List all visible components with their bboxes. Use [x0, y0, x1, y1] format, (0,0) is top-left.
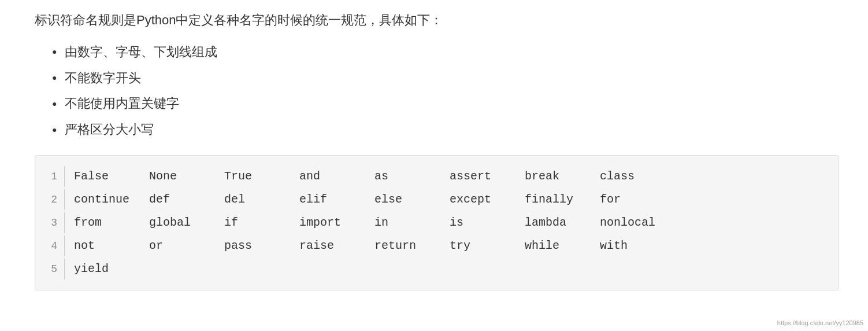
keyword: class — [600, 166, 675, 187]
line-separator — [64, 189, 65, 210]
keyword: try — [450, 236, 525, 256]
code-content: notorpassraisereturntrywhilewith — [74, 236, 675, 256]
code-line: 2continuedefdelelifelseexceptfinallyfor — [35, 188, 839, 211]
line-separator — [64, 212, 65, 233]
bullet-item: 由数字、字母、下划线组成 — [52, 43, 839, 61]
keyword: for — [600, 189, 675, 210]
keyword: except — [450, 189, 525, 210]
keyword: not — [74, 236, 149, 256]
keyword: from — [74, 212, 149, 233]
line-number: 5 — [35, 260, 64, 278]
line-number: 1 — [35, 167, 64, 186]
keyword: break — [525, 166, 600, 187]
code-line: 5yield — [35, 258, 839, 281]
keyword: else — [374, 189, 450, 210]
watermark: https://blog.csdn.net/yy120985 — [777, 319, 863, 326]
code-content: continuedefdelelifelseexceptfinallyfor — [74, 189, 675, 210]
keyword: and — [299, 166, 374, 187]
keyword: pass — [224, 236, 299, 256]
keyword: def — [149, 189, 224, 210]
keyword: True — [224, 166, 299, 187]
keyword: while — [525, 236, 600, 256]
line-number: 2 — [35, 190, 64, 209]
code-line: 4notorpassraisereturntrywhilewith — [35, 234, 839, 258]
keyword: import — [299, 212, 374, 233]
keyword: None — [149, 166, 224, 187]
keyword: yield — [74, 259, 149, 279]
bullet-item: 不能使用内置关键字 — [52, 95, 839, 113]
bullet-item: 不能数字开头 — [52, 69, 839, 87]
code-content: yield — [74, 259, 149, 279]
keyword: in — [374, 212, 450, 233]
keyword: lambda — [525, 212, 600, 233]
page-heading: 标识符命名规则是Python中定义各种名字的时候的统一规范，具体如下： — [35, 12, 839, 30]
code-line: 3fromglobalifimportinislambdanonlocal — [35, 211, 839, 234]
keyword: return — [374, 236, 450, 256]
keyword: nonlocal — [600, 212, 675, 233]
code-line: 1FalseNoneTrueandasassertbreakclass — [35, 165, 839, 188]
keyword: if — [224, 212, 299, 233]
line-number: 4 — [35, 237, 64, 255]
line-separator — [64, 259, 65, 279]
keyword: assert — [450, 166, 525, 187]
keyword: finally — [525, 189, 600, 210]
code-content: fromglobalifimportinislambdanonlocal — [74, 212, 675, 233]
line-separator — [64, 166, 65, 187]
keyword: del — [224, 189, 299, 210]
keyword: raise — [299, 236, 374, 256]
keyword: global — [149, 212, 224, 233]
bullet-list: 由数字、字母、下划线组成不能数字开头不能使用内置关键字严格区分大小写 — [52, 43, 839, 139]
bullet-item: 严格区分大小写 — [52, 121, 839, 139]
keyword: is — [450, 212, 525, 233]
line-number: 3 — [35, 214, 64, 232]
line-separator — [64, 236, 65, 256]
keyword: continue — [74, 189, 149, 210]
code-content: FalseNoneTrueandasassertbreakclass — [74, 166, 675, 187]
keyword: False — [74, 166, 149, 187]
keyword: elif — [299, 189, 374, 210]
keyword: or — [149, 236, 224, 256]
code-block: 1FalseNoneTrueandasassertbreakclass2cont… — [35, 155, 839, 290]
keyword: with — [600, 236, 675, 256]
keyword: as — [374, 166, 450, 187]
